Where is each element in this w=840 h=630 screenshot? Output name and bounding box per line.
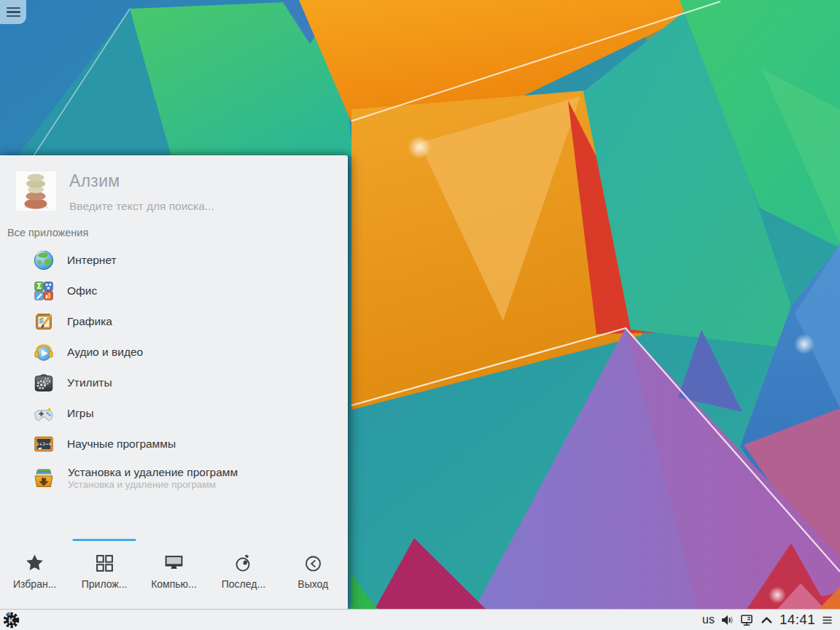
tab-label: Послед... bbox=[222, 578, 265, 590]
software-install-icon bbox=[32, 467, 55, 490]
category-label: Офис bbox=[67, 284, 97, 297]
category-item-games[interactable]: Игры bbox=[0, 398, 348, 429]
graphics-icon bbox=[33, 311, 55, 332]
category-item-graphics[interactable]: Графика bbox=[0, 306, 348, 337]
hamburger-icon bbox=[7, 7, 20, 9]
tab-favorites[interactable]: Избран... bbox=[0, 538, 69, 609]
tab-history[interactable]: Послед... bbox=[209, 538, 278, 609]
tab-label: Выход bbox=[298, 578, 328, 590]
category-item-multimedia[interactable]: Аудио и видео bbox=[0, 337, 348, 368]
category-label: Интернет bbox=[67, 254, 117, 266]
tab-label: Избран... bbox=[13, 578, 56, 590]
computer-icon bbox=[164, 553, 184, 573]
tab-leave[interactable]: Выход bbox=[279, 538, 348, 609]
globe-icon bbox=[33, 249, 55, 271]
desktop-toolbox-button[interactable] bbox=[0, 0, 26, 24]
stones-avatar-image bbox=[16, 171, 56, 211]
application-category-list: Интернет Σ Офис bbox=[0, 245, 348, 497]
category-label: Аудио и видео bbox=[67, 346, 143, 358]
apps-grid-icon bbox=[95, 553, 114, 573]
star-icon bbox=[25, 553, 44, 573]
category-item-internet[interactable]: Интернет bbox=[0, 245, 348, 276]
category-label: Научные программы bbox=[67, 438, 176, 450]
multimedia-icon bbox=[33, 341, 55, 363]
user-avatar[interactable] bbox=[16, 171, 56, 211]
category-label: Графика bbox=[67, 315, 112, 327]
gamepad-icon bbox=[33, 402, 55, 424]
kde-menu-button[interactable]: K bbox=[2, 611, 20, 629]
taskbar: K us bbox=[0, 609, 840, 630]
tab-label: Прилож... bbox=[82, 578, 128, 590]
office-icon: Σ bbox=[33, 280, 55, 302]
svg-text:K: K bbox=[8, 615, 14, 624]
desktop: Алзим Введите текст для поиска... Все пр… bbox=[0, 0, 840, 630]
category-label: Установка и удаление программ bbox=[68, 466, 238, 479]
panel-menu-icon[interactable] bbox=[821, 614, 833, 626]
clock[interactable]: 14:41 bbox=[779, 612, 815, 628]
user-name: Алзим bbox=[69, 171, 120, 191]
history-icon bbox=[233, 553, 253, 573]
category-item-software-install[interactable]: Установка и удаление программ Установка … bbox=[0, 459, 348, 497]
application-launcher: Алзим Введите текст для поиска... Все пр… bbox=[0, 155, 348, 609]
science-icon: 2+2=4 bbox=[33, 433, 55, 455]
search-input[interactable]: Введите текст для поиска... bbox=[69, 200, 310, 213]
system-tray: us bbox=[702, 612, 840, 628]
category-item-utilities[interactable]: Утилиты bbox=[0, 368, 348, 398]
category-sublabel: Установка и удаление программ bbox=[68, 479, 238, 491]
tab-computer[interactable]: Компью... bbox=[139, 538, 209, 609]
display-icon[interactable] bbox=[740, 613, 754, 627]
volume-icon[interactable] bbox=[720, 613, 734, 627]
utilities-icon bbox=[33, 372, 55, 394]
breadcrumb-all-applications[interactable]: Все приложения bbox=[7, 227, 88, 238]
kde-logo-icon: K bbox=[3, 612, 20, 629]
launcher-tab-bar: Избран... Прилож... bbox=[0, 538, 348, 609]
category-item-science[interactable]: 2+2=4 Научные программы bbox=[0, 429, 348, 459]
category-label: Игры bbox=[67, 407, 94, 419]
tab-label: Компью... bbox=[151, 578, 197, 590]
expand-tray-icon[interactable] bbox=[760, 613, 774, 627]
category-label: Утилиты bbox=[67, 376, 112, 389]
svg-text:Σ: Σ bbox=[36, 282, 42, 290]
leave-icon bbox=[303, 553, 323, 573]
svg-text:2+2=4: 2+2=4 bbox=[36, 442, 52, 446]
category-item-office[interactable]: Σ Офис bbox=[0, 276, 348, 306]
tab-applications[interactable]: Прилож... bbox=[69, 538, 139, 609]
keyboard-layout-indicator[interactable]: us bbox=[702, 613, 715, 626]
